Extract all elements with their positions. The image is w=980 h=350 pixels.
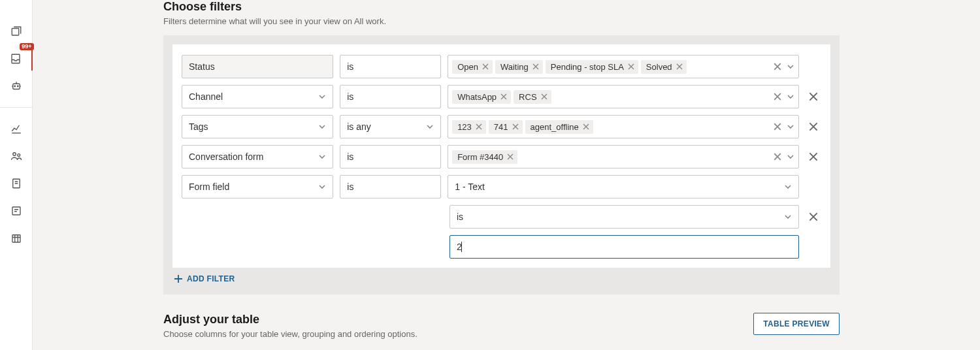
filter-operator-select[interactable]: is [340,55,441,78]
filter-value-label: 1 - Text [455,182,485,192]
remove-tag-icon[interactable] [541,93,547,100]
add-filter-button[interactable]: ADD FILTER [174,274,235,283]
filter-operator-label: is [347,151,353,162]
text-caret [461,242,462,252]
filter-text-input[interactable]: 2 [449,235,799,259]
value-tag: Form #3440 [452,150,517,164]
remove-filter-button[interactable] [806,85,821,108]
remove-filter-button[interactable] [806,145,821,168]
remove-filter-button[interactable] [806,115,821,138]
filter-field-select[interactable]: Tags [182,115,333,138]
plus-icon [174,274,183,283]
filter-operator-select[interactable]: is [340,175,441,199]
clear-values-icon[interactable] [774,93,781,101]
value-tag: 741 [489,120,523,134]
form-icon [10,205,22,217]
sidebar-item-forms[interactable] [5,199,28,223]
sidebar-item-book[interactable] [5,172,28,195]
chevron-down-icon[interactable] [787,63,794,71]
filter-values-multiselect[interactable]: WhatsApp RCS [448,85,799,108]
sidebar-item-people[interactable] [5,144,28,168]
filters-panel: Status is Open Waiting Pending - stop SL… [163,35,840,294]
svg-point-4 [17,86,18,87]
remove-tag-icon[interactable] [532,63,539,70]
remove-tag-icon[interactable] [500,93,507,100]
filter-sub-operator-label: is [457,212,463,222]
filter-row: Channel is WhatsApp RCS [182,85,821,108]
bot-icon [10,80,22,92]
filter-row: Conversation form is Form #3440 [182,145,821,168]
remove-tag-icon[interactable] [628,63,634,70]
filter-value-select[interactable]: 1 - Text [448,175,799,199]
chevron-down-icon [318,183,326,191]
value-tag: agent_offline [525,120,593,134]
filter-subrow: 2 [182,235,821,259]
sidebar-item-bot[interactable] [5,74,28,98]
remove-tag-icon[interactable] [482,63,489,70]
chevron-down-icon [318,153,326,161]
sidebar-item-1[interactable] [5,20,28,43]
filter-operator-label: is [347,182,353,192]
sidebar-item-inbox[interactable]: 99+ [5,47,33,71]
clear-values-icon[interactable] [774,123,781,131]
filter-field-select[interactable]: Form field [182,175,333,199]
filter-values-multiselect[interactable]: Form #3440 [448,145,799,168]
sidebar-item-analytics[interactable] [5,117,28,140]
filter-operator-label: is [347,91,353,102]
chevron-down-icon[interactable] [787,153,794,161]
adjust-table-section: Adjust your table Choose columns for you… [163,313,840,350]
value-tag: RCS [514,90,551,104]
adjust-title: Adjust your table [163,313,417,326]
filter-operator-select[interactable]: is [340,85,441,108]
svg-rect-2 [12,84,20,89]
table-preview-button[interactable]: TABLE PREVIEW [753,313,840,335]
value-tag: Solved [641,60,687,74]
filters-subtitle: Filters determine what will you see in y… [163,16,840,26]
chevron-down-icon [426,123,434,131]
filter-sub-operator-select[interactable]: is [449,205,799,229]
value-tag: Waiting [495,60,543,74]
chevron-down-icon[interactable] [787,123,794,131]
filter-subrow: is [182,205,821,229]
chevron-down-icon[interactable] [787,93,794,101]
svg-rect-9 [12,235,20,242]
filter-field-label: Form field [189,182,229,192]
remove-tag-icon[interactable] [476,123,482,130]
filters-title: Choose filters [163,0,840,14]
clear-values-icon[interactable] [774,153,781,161]
filter-operator-select[interactable]: is [340,145,441,168]
chart-line-icon [10,123,22,135]
sidebar-divider [0,107,32,108]
svg-point-6 [17,154,20,157]
people-icon [10,150,22,162]
cards-icon [10,25,22,37]
remove-tag-icon[interactable] [512,123,519,130]
chevron-down-icon [784,183,792,191]
filter-operator-select[interactable]: is any [340,115,441,138]
filter-field-select[interactable]: Channel [182,85,333,108]
filter-field-select[interactable]: Status [182,55,333,78]
filter-row: Status is Open Waiting Pending - stop SL… [182,55,821,78]
add-filter-label: ADD FILTER [187,274,235,283]
filter-field-label: Channel [189,91,223,102]
svg-rect-0 [12,29,19,36]
filter-field-label: Status [189,61,215,72]
filter-values-multiselect[interactable]: Open Waiting Pending - stop SLA Solved [448,55,799,78]
left-sidebar: 99+ [0,0,33,350]
remove-tag-icon[interactable] [676,63,683,70]
filter-field-select[interactable]: Conversation form [182,145,333,168]
notification-badge: 99+ [20,43,33,50]
chevron-down-icon [784,213,792,221]
value-tag: Pending - stop SLA [546,60,638,74]
remove-tag-icon[interactable] [583,123,589,130]
filter-values-multiselect[interactable]: 123 741 agent_offline [448,115,799,138]
svg-point-3 [14,86,16,87]
filter-operator-label: is any [347,121,371,132]
grid-icon [10,232,22,244]
filter-row: Form field is 1 - Text [182,175,821,199]
remove-tag-icon[interactable] [507,153,514,160]
remove-filter-button[interactable] [806,205,821,229]
clear-values-icon[interactable] [774,63,781,71]
sidebar-item-calendar[interactable] [5,227,28,250]
filter-row: Tags is any 123 741 agent_offline [182,115,821,138]
